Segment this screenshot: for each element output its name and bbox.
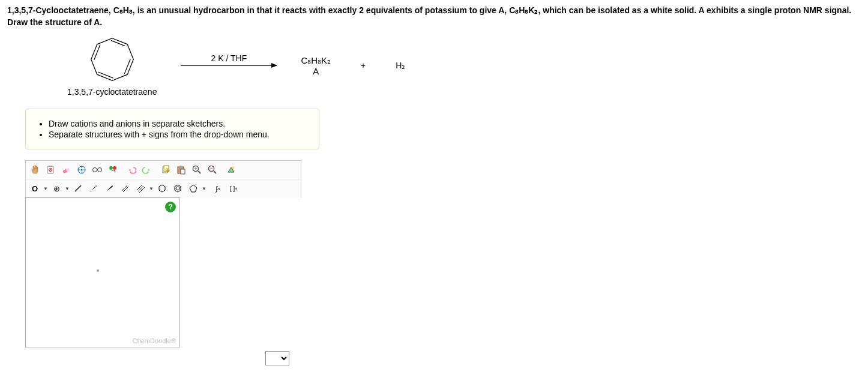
svg-marker-0 [91, 38, 133, 81]
svg-point-13 [98, 168, 102, 172]
redo-button[interactable] [140, 163, 154, 177]
product-formula: C₈H₈K₂ [301, 55, 331, 66]
svg-line-3 [98, 72, 113, 78]
ring-dropdown[interactable]: ▼ [201, 186, 207, 191]
benzene-button[interactable] [170, 181, 185, 196]
question-text: 1,3,5,7-Cyclooctatetraene, C₈H₈, is an u… [7, 5, 861, 28]
zoom-out-button[interactable] [205, 163, 220, 177]
product-label: A [313, 66, 319, 76]
element-oxygen-button[interactable]: O [28, 181, 42, 196]
sketcher-canvas[interactable]: ? ChemDoodle® [25, 197, 180, 347]
chemdoodle-editor: O ▼ ⊕ ▼ ▼ ▼ ∫n [ ]± ? ChemDoodle® [25, 160, 301, 347]
svg-line-2 [124, 59, 130, 74]
hint-item: Draw cations and anions in separate sket… [49, 119, 308, 128]
svg-line-25 [75, 185, 81, 191]
settings-button[interactable] [224, 163, 238, 177]
toolbar: O ▼ ⊕ ▼ ▼ ▼ ∫n [ ]± [25, 160, 301, 197]
hints-box: Draw cations and anions in separate sket… [25, 109, 319, 149]
chemdoodle-watermark: ChemDoodle® [133, 337, 176, 344]
product-block: C₈H₈K₂ A [301, 55, 331, 76]
single-bond-button[interactable] [71, 181, 85, 196]
svg-rect-21 [181, 169, 185, 174]
clear-tool[interactable] [43, 163, 58, 177]
svg-marker-33 [159, 185, 165, 192]
hand-tool[interactable] [28, 163, 42, 177]
glasses-tool[interactable] [90, 163, 104, 177]
paste-button[interactable] [174, 163, 188, 177]
clean-tool[interactable] [106, 163, 120, 177]
svg-point-12 [93, 168, 97, 172]
pentagon-button[interactable] [186, 181, 200, 196]
svg-line-31 [138, 186, 143, 191]
svg-line-4 [94, 45, 100, 60]
svg-line-1 [111, 41, 125, 46]
element-dropdown[interactable]: ▼ [43, 186, 49, 191]
svg-point-11 [81, 169, 83, 171]
toolbar-row-1 [26, 161, 301, 179]
hexagon-button[interactable] [155, 181, 169, 196]
svg-line-30 [137, 185, 142, 190]
svg-line-26 [91, 185, 97, 191]
svg-line-29 [123, 187, 128, 192]
center-tool[interactable] [74, 163, 89, 177]
svg-point-14 [109, 166, 113, 170]
structure-separator-dropdown[interactable] [265, 351, 289, 365]
structure-separator-dropdown-wrap [265, 351, 861, 365]
undo-button[interactable] [124, 163, 139, 177]
charge-button[interactable]: ⊕ [49, 181, 64, 196]
eraser-tool[interactable] [59, 163, 73, 177]
cyclooctatetraene-structure [87, 34, 137, 85]
dotted-bond-button[interactable] [86, 181, 101, 196]
svg-line-28 [122, 185, 127, 191]
svg-point-24 [232, 167, 234, 169]
reaction-arrow: 2 K / THF [181, 65, 277, 66]
svg-point-15 [113, 166, 116, 170]
toolbar-row-2: O ▼ ⊕ ▼ ▼ ▼ ∫n [ ]± [26, 179, 301, 197]
subscript-button[interactable]: ∫n [211, 181, 225, 196]
hint-item: Separate structures with + signs from th… [49, 130, 308, 139]
svg-rect-20 [179, 166, 182, 167]
zoom-in-button[interactable] [190, 163, 204, 177]
reactant-block: 1,3,5,7-cycloctatetraene [67, 34, 157, 97]
reaction-scheme: 1,3,5,7-cycloctatetraene 2 K / THF C₈H₈K… [67, 34, 861, 97]
plus-sign: + [361, 61, 366, 70]
arrow-conditions: 2 K / THF [211, 53, 247, 63]
triple-bond-button[interactable] [133, 181, 148, 196]
double-bond-button[interactable] [118, 181, 132, 196]
svg-point-35 [176, 187, 179, 190]
bracket-charge-button[interactable]: [ ]± [226, 181, 241, 196]
bond-dropdown[interactable]: ▼ [148, 186, 154, 191]
svg-marker-27 [106, 185, 113, 191]
canvas-atom-placeholder[interactable] [97, 269, 99, 272]
reactant-label: 1,3,5,7-cycloctatetraene [67, 87, 157, 97]
svg-marker-36 [190, 185, 197, 192]
copy-button[interactable] [158, 163, 173, 177]
charge-dropdown[interactable]: ▼ [64, 186, 70, 191]
byproduct: H₂ [396, 61, 405, 70]
help-button[interactable]: ? [165, 202, 176, 212]
svg-line-32 [139, 187, 145, 193]
wedge-bond-button[interactable] [102, 181, 116, 196]
